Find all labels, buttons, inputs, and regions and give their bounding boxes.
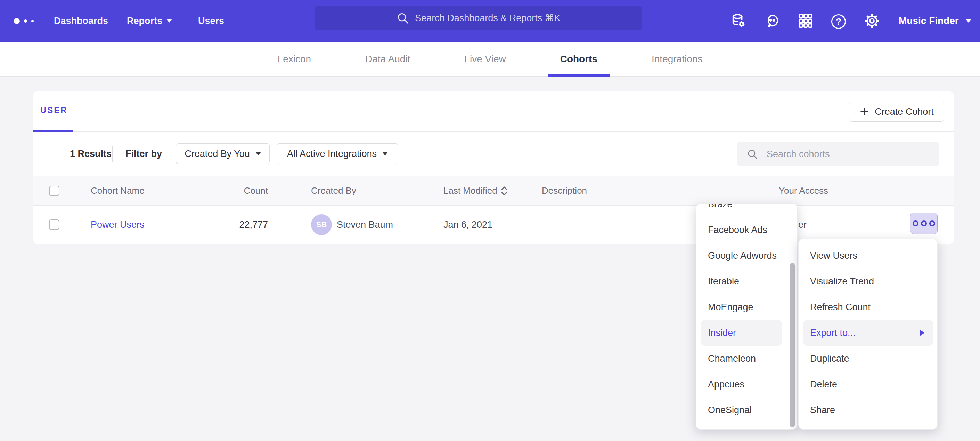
column-header-cohort-name: Cohort Name xyxy=(91,176,145,205)
submenu-item-chameleon[interactable]: Chameleon xyxy=(696,346,797,371)
create-cohort-button[interactable]: Create Cohort xyxy=(849,102,944,122)
table-header-row: Cohort Name Count Created By Last Modifi… xyxy=(33,176,954,206)
logo-dot-large xyxy=(14,18,20,24)
created-by-filter-dropdown[interactable]: Created By You xyxy=(176,143,270,164)
cohorts-page: Dashboards Reports Users Search Dashboar… xyxy=(0,0,980,441)
submenu-item-facebook-ads[interactable]: Facebook Ads xyxy=(696,217,797,243)
submenu-arrow-icon xyxy=(920,330,924,336)
logo-dot-medium xyxy=(24,19,27,22)
tab-lexicon[interactable]: Lexicon xyxy=(265,42,324,77)
help-icon[interactable]: ? xyxy=(830,14,846,30)
column-header-description: Description xyxy=(542,176,587,205)
search-icon xyxy=(396,11,409,25)
created-by-filter-value: Created By You xyxy=(185,149,250,159)
nav-item-reports[interactable]: Reports xyxy=(127,0,172,42)
cohort-type-tab-user[interactable]: USER xyxy=(40,105,68,115)
nav-dashboards-label: Dashboards xyxy=(54,16,108,26)
data-settings-icon[interactable] xyxy=(730,13,746,29)
submenu-item-moengage[interactable]: MoEngage xyxy=(696,294,797,320)
settings-gear-icon[interactable] xyxy=(864,13,880,29)
submenu-item-google-adwords[interactable]: Google Adwords xyxy=(696,243,797,268)
more-dots-icon xyxy=(913,220,918,227)
tab-data-audit-label: Data Audit xyxy=(365,54,410,65)
menu-item-delete[interactable]: Delete xyxy=(799,371,937,397)
more-dots-icon xyxy=(921,220,927,227)
menu-item-share[interactable]: Share xyxy=(799,397,937,423)
nav-item-users[interactable]: Users xyxy=(198,0,224,42)
last-modified-value: Jan 6, 2021 xyxy=(444,206,492,244)
cohort-count: 22,777 xyxy=(195,206,268,244)
create-cohort-label: Create Cohort xyxy=(875,106,934,117)
logo-dot-small xyxy=(31,20,34,22)
top-nav: Dashboards Reports Users Search Dashboar… xyxy=(0,0,980,42)
nav-item-dashboards[interactable]: Dashboards xyxy=(54,0,108,42)
filter-bar: 1 Results Filter by Created By You All A… xyxy=(33,132,954,176)
plus-icon xyxy=(859,107,869,117)
project-name: Music Finder xyxy=(899,15,959,26)
sort-icon xyxy=(501,186,508,196)
menu-item-duplicate[interactable]: Duplicate xyxy=(799,346,937,371)
your-access-value-partial: er xyxy=(798,206,807,244)
nav-reports-label: Reports xyxy=(127,16,162,26)
submenu-scrollbar-thumb[interactable] xyxy=(790,263,795,427)
more-dots-icon xyxy=(929,220,935,227)
chevron-down-icon xyxy=(966,19,971,22)
nav-users-label: Users xyxy=(198,16,224,26)
menu-item-view-users[interactable]: View Users xyxy=(799,243,937,268)
tab-cohorts[interactable]: Cohorts xyxy=(548,42,610,77)
tab-integrations[interactable]: Integrations xyxy=(639,42,715,77)
global-search-placeholder: Search Dashboards & Reports ⌘K xyxy=(415,13,560,24)
cohorts-card: USER Create Cohort 1 Results Filter by C… xyxy=(33,91,954,243)
integrations-filter-dropdown[interactable]: All Active Integrations xyxy=(277,143,398,164)
submenu-item-insider[interactable]: Insider xyxy=(701,320,782,346)
chevron-down-icon xyxy=(255,152,261,155)
column-header-your-access: Your Access xyxy=(779,176,828,205)
feedback-icon[interactable] xyxy=(764,13,780,29)
cohort-search-box xyxy=(737,142,939,166)
question-mark-glyph: ? xyxy=(831,14,846,29)
submenu-item-braze[interactable]: Braze xyxy=(696,203,797,217)
column-header-last-modified[interactable]: Last Modified xyxy=(444,176,508,205)
export-to-label: Export to... xyxy=(810,328,856,338)
chevron-down-icon xyxy=(167,19,172,22)
mixpanel-logo-icon[interactable] xyxy=(14,0,34,42)
cohort-name-link[interactable]: Power Users xyxy=(91,206,145,244)
cohort-search-input[interactable] xyxy=(767,142,934,166)
search-icon xyxy=(746,148,758,160)
tab-cohorts-label: Cohorts xyxy=(560,54,597,65)
select-all-checkbox[interactable] xyxy=(49,186,59,196)
row-actions-button[interactable] xyxy=(910,213,938,234)
menu-item-refresh-count[interactable]: Refresh Count xyxy=(799,294,937,320)
submenu-item-appcues[interactable]: Appcues xyxy=(696,371,797,397)
tab-data-audit[interactable]: Data Audit xyxy=(353,42,423,77)
column-header-created-by: Created By xyxy=(311,176,356,205)
export-submenu: Braze Facebook Ads Google Adwords Iterab… xyxy=(696,203,797,430)
creator-name: Steven Baum xyxy=(337,206,393,244)
menu-item-export-to[interactable]: Export to... xyxy=(803,320,934,346)
menu-item-visualize-trend[interactable]: Visualize Trend xyxy=(799,268,937,294)
submenu-item-iterable[interactable]: Iterable xyxy=(696,268,797,294)
results-count: 1 Results xyxy=(70,132,111,176)
row-checkbox[interactable] xyxy=(49,219,59,230)
last-modified-label: Last Modified xyxy=(444,185,497,196)
apps-grid-icon[interactable] xyxy=(797,13,813,29)
filter-by-label: Filter by xyxy=(126,132,162,176)
table-row: Power Users 22,777 SB Steven Baum Jan 6,… xyxy=(33,206,954,244)
section-tabbar: Lexicon Data Audit Live View Cohorts Int… xyxy=(0,42,980,77)
divider xyxy=(112,146,113,162)
tab-live-view-label: Live View xyxy=(464,54,506,65)
row-context-menu: View Users Visualize Trend Refresh Count… xyxy=(798,238,938,430)
submenu-item-onesignal[interactable]: OneSignal xyxy=(696,397,797,423)
card-header: USER Create Cohort xyxy=(33,91,954,132)
project-switcher[interactable]: Music Finder xyxy=(899,0,971,42)
column-header-count: Count xyxy=(195,176,268,205)
chevron-down-icon xyxy=(382,152,388,155)
integrations-filter-value: All Active Integrations xyxy=(287,149,377,159)
tab-lexicon-label: Lexicon xyxy=(278,54,311,65)
avatar: SB xyxy=(311,214,332,235)
tab-live-view[interactable]: Live View xyxy=(452,42,518,77)
tab-integrations-label: Integrations xyxy=(652,54,702,65)
global-search-bar[interactable]: Search Dashboards & Reports ⌘K xyxy=(315,6,642,30)
